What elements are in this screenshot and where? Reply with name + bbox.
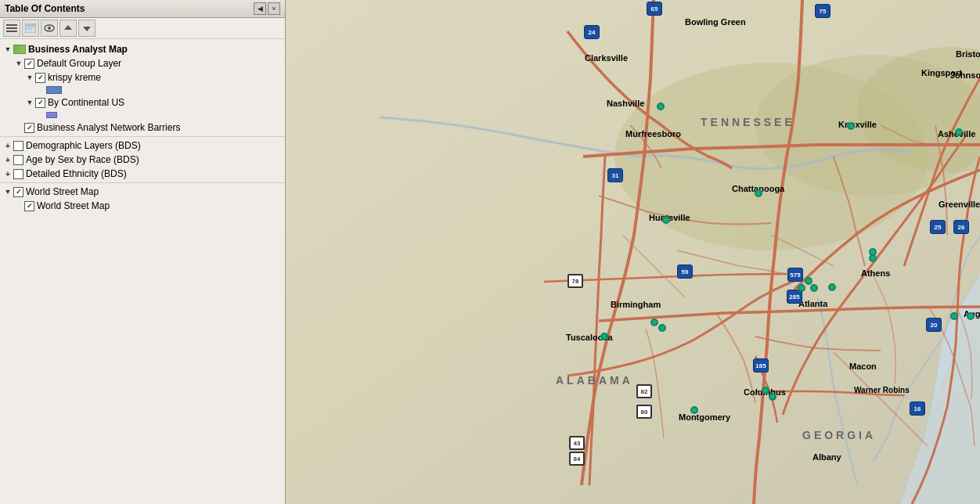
location-tuscaloosa (600, 333, 608, 340)
location-atlanta-4 (828, 283, 836, 291)
location-montgomery (690, 406, 698, 414)
tree-item-demographic[interactable]: Demographic Layers (BDS) (0, 139, 285, 153)
toc-divider-1 (0, 136, 285, 137)
tree-item-krispy-symbol (0, 85, 285, 95)
expand-world-street-layer (14, 201, 23, 211)
krispy-symbol-swatch (46, 86, 62, 94)
checkbox-demographic[interactable] (13, 141, 23, 151)
checkbox-ba-barriers[interactable] (24, 123, 34, 133)
tree-item-continental-us[interactable]: By Continental US (0, 95, 285, 110)
tree-item-age-sex[interactable]: Age by Sex by Race (BDS) (0, 153, 285, 167)
expand-krispy-kreme[interactable] (25, 73, 34, 82)
label-default-group: Default Group Layer (37, 57, 121, 70)
location-augusta-1 (950, 312, 958, 320)
tree-item-continental-symbol (0, 110, 285, 121)
toc-tree: Business Analyst Map Default Group Layer… (0, 39, 285, 504)
svg-rect-0 (6, 24, 17, 26)
tree-item-ethnicity[interactable]: Detailed Ethnicity (BDS) (0, 167, 285, 181)
tree-item-default-group[interactable]: Default Group Layer (0, 56, 285, 70)
expand-world-street-group[interactable] (3, 187, 13, 196)
toc-header: Table Of Contents ◀ × (0, 0, 285, 18)
checkbox-world-street-layer[interactable] (24, 201, 34, 211)
expand-business-analyst-map[interactable] (3, 45, 13, 54)
label-world-street-map-layer: World Street Map (37, 200, 110, 212)
label-business-analyst-map: Business Analyst Map (28, 43, 128, 56)
svg-rect-4 (26, 24, 35, 27)
expand-krispy-symbol (36, 85, 45, 95)
location-chattanooga (755, 189, 762, 197)
tree-item-business-analyst-map[interactable]: Business Analyst Map (0, 42, 285, 56)
label-continental-us: By Continental US (48, 96, 124, 109)
toc-title: Table Of Contents (5, 3, 85, 14)
tree-item-world-street-map-group[interactable]: World Street Map (0, 185, 285, 199)
expand-continental-us[interactable] (25, 98, 34, 107)
location-asheville-1 (955, 128, 963, 136)
expand-ethnicity[interactable] (3, 169, 13, 178)
visibility-button[interactable] (41, 20, 58, 37)
label-demographic: Demographic Layers (BDS) (26, 139, 141, 152)
toc-close-button[interactable]: × (268, 2, 280, 15)
label-krispy-kreme: krispy kreme (48, 71, 101, 84)
location-columbus-2 (769, 393, 776, 401)
list-view-button[interactable] (3, 20, 20, 37)
map-icon (13, 45, 26, 54)
label-ethnicity: Detailed Ethnicity (BDS) (26, 167, 127, 180)
label-ba-barriers: Business Analyst Network Barriers (37, 121, 180, 134)
tree-item-world-street-map-layer[interactable]: World Street Map (0, 199, 285, 213)
checkbox-world-street-group[interactable] (13, 187, 23, 197)
checkbox-continental-us[interactable] (35, 98, 45, 108)
toc-panel: Table Of Contents ◀ × Business Analyst M… (0, 0, 286, 504)
location-birmingham-2 (658, 324, 666, 332)
source-view-button[interactable] (22, 20, 39, 37)
location-huntsville (662, 216, 670, 224)
expand-ba-barriers (14, 123, 23, 132)
svg-point-7 (48, 27, 51, 30)
svg-rect-2 (6, 31, 17, 32)
expand-demographic[interactable] (3, 141, 13, 150)
toc-toolbar (0, 18, 285, 39)
move-up-button[interactable] (59, 20, 77, 37)
svg-marker-8 (64, 25, 72, 30)
svg-rect-1 (6, 27, 17, 29)
location-atlanta-1 (805, 277, 812, 285)
checkbox-ethnicity[interactable] (13, 169, 23, 179)
location-knoxville (847, 122, 855, 130)
toc-pin-button[interactable]: ◀ (254, 2, 266, 15)
map-canvas: TENNESSEE NORTH CAROLINA SOUTH CAROLINA … (286, 0, 980, 504)
svg-marker-9 (83, 27, 91, 31)
svg-rect-5 (26, 28, 32, 30)
map-area[interactable]: TENNESSEE NORTH CAROLINA SOUTH CAROLINA … (286, 0, 980, 504)
location-augusta-2 (967, 312, 975, 320)
checkbox-krispy-kreme[interactable] (35, 73, 45, 83)
location-columbus-1 (762, 387, 769, 394)
location-atlanta-3 (810, 284, 818, 292)
expand-continental-symbol (36, 110, 45, 120)
toc-controls: ◀ × (254, 2, 280, 15)
location-athens-2 (869, 254, 877, 262)
toc-divider-2 (0, 182, 285, 183)
location-nashville (657, 103, 665, 110)
label-world-street-map-group: World Street Map (26, 185, 99, 198)
expand-age-sex[interactable] (3, 155, 13, 164)
location-atlanta-2 (798, 284, 805, 292)
move-down-button[interactable] (78, 20, 95, 37)
label-age-sex: Age by Sex by Race (BDS) (26, 153, 139, 166)
tree-item-krispy-kreme[interactable]: krispy kreme (0, 70, 285, 85)
tree-item-ba-barriers[interactable]: Business Analyst Network Barriers (0, 121, 285, 135)
location-birmingham-1 (650, 319, 658, 326)
continental-symbol-swatch (46, 112, 57, 118)
expand-default-group[interactable] (14, 59, 23, 68)
checkbox-default-group[interactable] (24, 59, 34, 69)
checkbox-age-sex[interactable] (13, 155, 23, 165)
